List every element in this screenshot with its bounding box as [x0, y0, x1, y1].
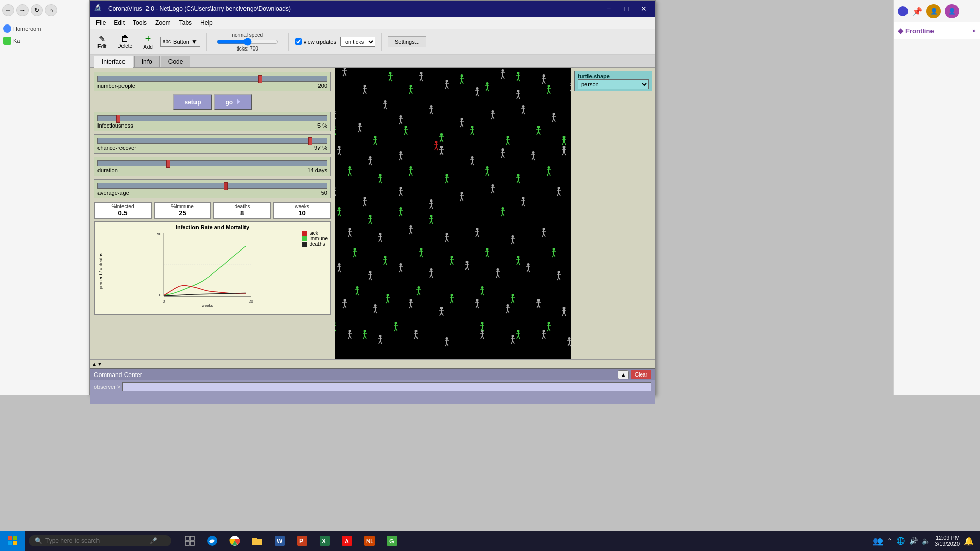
- start-button[interactable]: [0, 531, 24, 551]
- menu-zoom[interactable]: Zoom: [151, 18, 175, 28]
- svg-point-93: [492, 110, 494, 113]
- infectiousness-slider-track[interactable]: [97, 115, 327, 121]
- svg-line-332: [538, 305, 540, 308]
- menu-file[interactable]: File: [92, 18, 110, 28]
- go-button[interactable]: go: [214, 94, 252, 110]
- back-button[interactable]: ←: [2, 4, 14, 16]
- powerpoint-icon[interactable]: P: [292, 531, 312, 551]
- cc-clear-button[interactable]: Clear: [631, 370, 651, 379]
- sim-figure: [428, 268, 435, 280]
- average-age-thumb[interactable]: [224, 182, 228, 190]
- view-updates-checkbox[interactable]: [295, 38, 302, 45]
- svg-point-123: [400, 151, 402, 154]
- setup-button[interactable]: setup: [173, 94, 212, 110]
- chance-recover-slider-track[interactable]: [97, 138, 327, 144]
- taskbar-clock[interactable]: 12:09 PM 3/19/2020: [935, 535, 960, 547]
- svg-line-361: [445, 343, 447, 346]
- average-age-slider-track[interactable]: [97, 183, 327, 189]
- svg-line-196: [557, 193, 559, 196]
- speed-control: normal speed ticks: 700: [217, 32, 278, 52]
- on-ticks-select[interactable]: on ticks: [340, 37, 375, 47]
- microphone-icon[interactable]: 🎤: [150, 537, 157, 544]
- pin-icon[interactable]: 📌: [912, 7, 922, 16]
- svg-text:A: A: [345, 538, 349, 544]
- expand-icon[interactable]: ⌃: [887, 537, 892, 544]
- svg-line-257: [370, 277, 372, 280]
- number-people-thumb[interactable]: [258, 75, 262, 83]
- svg-line-167: [365, 203, 366, 206]
- minimize-button[interactable]: −: [601, 3, 617, 14]
- svg-line-376: [542, 336, 544, 339]
- sim-figure: [535, 298, 542, 310]
- edge-browser-icon[interactable]: [202, 531, 223, 551]
- svg-line-31: [445, 86, 447, 89]
- cc-input[interactable]: [122, 382, 651, 391]
- edit-tool-button[interactable]: ✎ Edit: [94, 33, 110, 51]
- svg-line-437: [442, 139, 443, 142]
- cc-expand-button[interactable]: ▲: [618, 370, 629, 379]
- resize-handle[interactable]: ▲▼: [92, 361, 102, 367]
- svg-point-343: [349, 330, 351, 332]
- taskbar-search[interactable]: 🔍 🎤: [29, 535, 172, 546]
- svg-line-521: [430, 221, 431, 224]
- maximize-button[interactable]: □: [619, 3, 634, 14]
- sim-figure: [458, 191, 465, 203]
- user-avatar[interactable]: 👤: [926, 4, 941, 18]
- menu-edit[interactable]: Edit: [110, 18, 129, 28]
- chrome-icon[interactable]: [225, 531, 245, 551]
- svg-line-256: [369, 277, 370, 280]
- forward-button[interactable]: →: [16, 4, 29, 16]
- refresh-button[interactable]: ↻: [31, 4, 43, 16]
- home-button[interactable]: ⌂: [45, 4, 57, 16]
- word-icon[interactable]: W: [270, 531, 290, 551]
- dropdown-arrow-icon: ▼: [191, 38, 198, 45]
- svg-point-308: [410, 299, 412, 302]
- notification-icon[interactable]: 🔔: [964, 536, 974, 546]
- sim-figure: [489, 184, 496, 195]
- number-people-slider-track[interactable]: [97, 76, 327, 82]
- turtle-shape-select[interactable]: person: [578, 79, 649, 89]
- sim-figure: [438, 306, 445, 318]
- svg-line-22: [385, 106, 387, 109]
- green-app-icon[interactable]: G: [382, 531, 402, 551]
- tab-interface[interactable]: Interface: [94, 56, 133, 68]
- tab-code[interactable]: Code: [161, 56, 191, 67]
- svg-line-187: [493, 190, 494, 193]
- infectiousness-thumb[interactable]: [116, 115, 120, 123]
- duration-thumb[interactable]: [166, 160, 170, 168]
- menu-tools[interactable]: Tools: [129, 18, 151, 28]
- svg-line-82: [401, 121, 402, 124]
- volume-icon[interactable]: 🔈: [922, 537, 930, 545]
- svg-line-107: [554, 119, 555, 122]
- close-button[interactable]: ✕: [636, 3, 651, 14]
- search-input[interactable]: [45, 537, 148, 544]
- settings-button[interactable]: Settings...: [388, 36, 426, 47]
- task-view-button[interactable]: [180, 531, 200, 551]
- menu-tabs[interactable]: Tabs: [175, 18, 196, 28]
- add-tool-button[interactable]: + Add: [140, 32, 156, 52]
- frontline-expand-icon[interactable]: »: [972, 27, 976, 34]
- duration-slider-track[interactable]: [97, 160, 327, 166]
- network-icon[interactable]: 🌐: [896, 537, 905, 545]
- icon-1[interactable]: [898, 6, 908, 16]
- sim-figure: [361, 84, 369, 96]
- tab-info[interactable]: Info: [134, 56, 160, 67]
- sim-figure: [377, 173, 384, 185]
- button-type-selector[interactable]: abc Button ▼: [160, 37, 200, 47]
- ka-link[interactable]: Ka: [2, 35, 87, 47]
- sound-icon[interactable]: 🔊: [909, 537, 918, 545]
- speed-slider[interactable]: [217, 38, 278, 46]
- file-explorer-icon[interactable]: [247, 531, 267, 551]
- sim-figure: [372, 135, 379, 147]
- homeroom-link[interactable]: Homeroom: [2, 22, 87, 35]
- netlogo-app-icon: NL: [363, 535, 376, 547]
- chance-recover-thumb[interactable]: [308, 137, 312, 145]
- people-icon[interactable]: 👥: [873, 536, 883, 546]
- excel-icon[interactable]: X: [314, 531, 335, 551]
- user-avatar-2[interactable]: 👤: [945, 4, 959, 18]
- netlogo-icon[interactable]: NL: [359, 531, 380, 551]
- menu-help[interactable]: Help: [196, 18, 217, 28]
- acrobat-icon[interactable]: A: [337, 531, 357, 551]
- svg-line-652: [436, 147, 438, 150]
- delete-tool-button[interactable]: 🗑 Delete: [114, 33, 136, 51]
